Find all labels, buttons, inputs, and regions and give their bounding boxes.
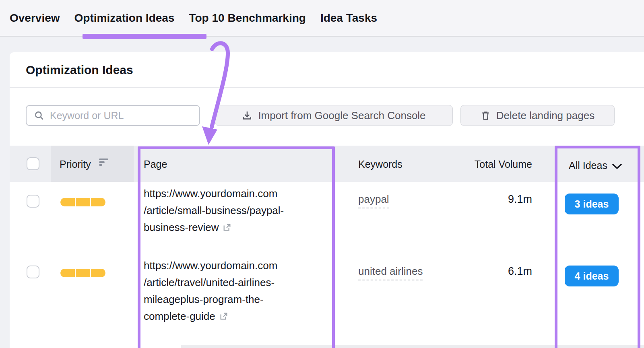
tab-optimization-ideas[interactable]: Optimization Ideas	[74, 12, 175, 25]
external-link-icon[interactable]	[223, 220, 231, 237]
delete-landing-pages-button[interactable]: Delete landing pages	[460, 105, 615, 126]
search-icon	[34, 110, 44, 121]
tab-top-10-benchmarking[interactable]: Top 10 Benchmarking	[189, 12, 305, 25]
ideas-count-button[interactable]: 3 ideas	[565, 194, 619, 214]
download-icon	[242, 110, 252, 121]
page-title: Optimization Ideas	[26, 63, 133, 77]
priority-indicator-high	[60, 198, 105, 206]
total-volume-value: 6.1m	[452, 265, 532, 278]
page-url-line: complete-guide	[144, 310, 215, 322]
table-row: https://www.yourdomain.com /article/trav…	[10, 253, 644, 348]
external-link-icon[interactable]	[219, 309, 228, 325]
page-url-line: /article/travel/united-airlines-	[144, 276, 275, 288]
total-volume-value: 9.1m	[452, 193, 532, 206]
row-checkbox[interactable]	[27, 195, 39, 208]
table-header-row: Priority Page Keywords Total Volume All …	[10, 146, 644, 182]
search-input[interactable]	[50, 110, 192, 121]
column-header-priority[interactable]: Priority	[60, 159, 91, 170]
ideas-count-button[interactable]: 4 ideas	[565, 266, 619, 286]
column-header-total-volume[interactable]: Total Volume	[452, 159, 532, 170]
tab-bar: Overview Optimization Ideas Top 10 Bench…	[0, 0, 644, 37]
delete-button-label: Delete landing pages	[496, 109, 594, 122]
page-url-line: https://www.yourdomain.com	[144, 259, 277, 272]
ideas-filter-dropdown[interactable]: All Ideas	[569, 160, 607, 171]
page-url-line: /article/small-business/paypal-	[144, 204, 284, 216]
page-url-line: https://www.yourdomain.com	[144, 187, 277, 200]
row-checkbox[interactable]	[27, 266, 39, 278]
search-input-wrapper	[26, 105, 200, 126]
select-all-checkbox[interactable]	[27, 157, 39, 170]
page-url-line: business-review	[144, 221, 219, 233]
tab-overview[interactable]: Overview	[10, 12, 60, 25]
priority-indicator-high	[60, 269, 105, 277]
keyword-link[interactable]: paypal	[358, 193, 389, 208]
column-header-keywords[interactable]: Keywords	[358, 159, 402, 170]
page-url-cell[interactable]: https://www.yourdomain.com /article/trav…	[144, 257, 325, 325]
tab-idea-tasks[interactable]: Idea Tasks	[320, 12, 377, 25]
divider	[10, 87, 644, 88]
page-url-line: mileageplus-program-the-	[144, 293, 264, 305]
import-from-gsc-button[interactable]: Import from Google Search Console	[215, 105, 453, 126]
trash-icon	[481, 110, 491, 121]
horizontal-scrollbar[interactable]	[181, 345, 644, 348]
chevron-down-icon[interactable]	[612, 163, 622, 170]
sort-descending-icon[interactable]	[99, 159, 108, 166]
optimization-ideas-panel: Optimization Ideas Import from Google Se…	[10, 52, 644, 348]
page-url-cell[interactable]: https://www.yourdomain.com /article/smal…	[144, 185, 325, 237]
column-header-page[interactable]: Page	[144, 159, 167, 170]
table-row: https://www.yourdomain.com /article/smal…	[10, 182, 644, 252]
keyword-link[interactable]: united airlines	[358, 265, 423, 280]
import-button-label: Import from Google Search Console	[258, 109, 425, 122]
